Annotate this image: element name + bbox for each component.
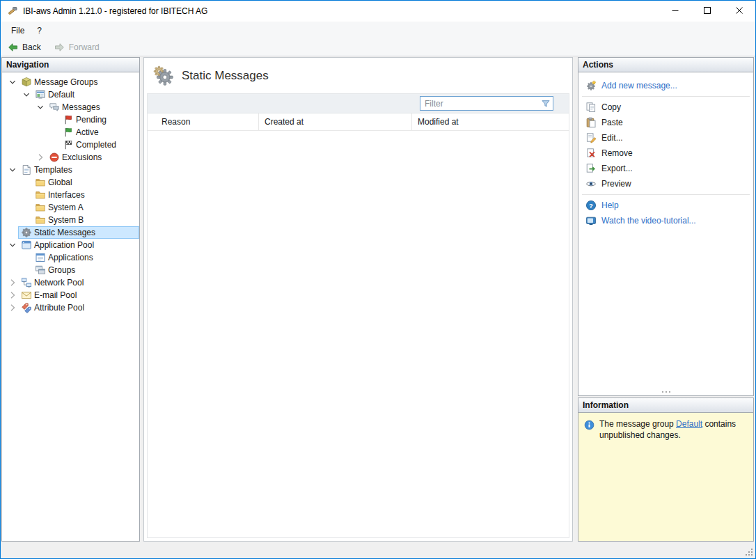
action-copy[interactable]: Copy [578,100,753,115]
tree-item-label: Default [48,90,74,100]
filter-input[interactable] [420,99,539,109]
app-icon [7,6,18,17]
actions-list: Add new message...CopyPasteEdit...Remove… [578,72,753,388]
chevron-expanded-icon[interactable] [35,102,46,113]
tree-item-label: Pending [76,115,107,125]
chevron-spacer [21,265,32,276]
messages-icon [49,102,60,113]
actions-panel-header: Actions [578,58,753,72]
action-label: Copy [601,102,621,112]
tree-item-label: Templates [34,165,72,175]
tree-item-label: Applications [48,253,93,262]
tree-item-global[interactable]: Global [2,176,139,189]
chevron-expanded-icon[interactable] [21,89,32,100]
tree-item-label: Application Pool [34,240,94,250]
column-header-modified-at[interactable]: Modified at [412,113,569,130]
app-window: IBI-aws Admin 1.21.0 - registered for IB… [0,0,756,559]
chevron-expanded-icon[interactable] [7,164,18,175]
tree-item-exclusions[interactable]: Exclusions [2,151,139,164]
column-header-created-at[interactable]: Created at [259,113,412,130]
chevron-collapsed-icon[interactable] [35,152,46,163]
action-add-new-message[interactable]: Add new message... [578,78,753,93]
menu-file[interactable]: File [5,23,31,38]
action-remove[interactable]: Remove [578,145,753,161]
tree-item-applications[interactable]: Applications [2,251,139,264]
close-button[interactable] [723,1,755,22]
action-help[interactable]: ?Help [578,198,753,213]
menubar: File ? [1,22,755,39]
tree-item-active[interactable]: Active [2,126,139,139]
tree-item-label: Attribute Pool [34,303,84,313]
chevron-collapsed-icon[interactable] [7,277,18,288]
menu-help[interactable]: ? [31,23,48,38]
tree-item-groups[interactable]: Groups [2,264,139,276]
tree-item-templates[interactable]: Templates [2,164,139,176]
message-list-area: ReasonCreated atModified at [147,93,569,538]
actions-info-splitter[interactable] [578,388,753,395]
tree-item-static-messages[interactable]: Static Messages [2,226,139,239]
action-label: Help [601,200,619,210]
tree-item-label: Message Groups [34,77,97,87]
action-preview[interactable]: Preview [578,176,753,191]
forward-label: Forward [69,42,100,52]
action-paste[interactable]: Paste [578,115,753,130]
tree-item-system-a[interactable]: System A [2,201,139,214]
tree-item-label: Groups [48,265,75,275]
action-label: Add new message... [601,81,677,90]
email-pool-icon [21,290,32,301]
filter-strip [148,94,569,113]
filter-funnel-icon[interactable] [539,99,553,109]
chevron-expanded-icon[interactable] [7,77,18,88]
paste-icon [585,117,597,128]
tree-item-label: Messages [62,102,100,112]
default-group-link[interactable]: Default [676,419,702,429]
application-pool-icon [21,239,32,251]
action-export[interactable]: Export... [578,161,753,176]
titlebar: IBI-aws Admin 1.21.0 - registered for IB… [1,1,755,22]
tree-item-e-mail-pool[interactable]: E-mail Pool [2,289,139,301]
message-table-body[interactable] [148,131,569,537]
tree-item-label: System A [48,203,84,212]
tree-item-application-pool[interactable]: Application Pool [2,239,139,251]
minimize-button[interactable] [659,1,691,22]
tree-item-system-b[interactable]: System B [2,214,139,226]
chevron-collapsed-icon[interactable] [7,290,18,301]
preview-icon [585,178,597,189]
tree-item-pending[interactable]: Pending [2,113,139,126]
chevron-collapsed-icon[interactable] [7,302,18,313]
exclusions-icon [49,152,60,163]
action-edit[interactable]: Edit... [578,130,753,145]
action-watch-the-video-tutorial[interactable]: Watch the video-tutorial... [578,213,753,228]
forward-button[interactable]: Forward [52,41,102,54]
tree-item-label: Network Pool [34,278,84,288]
tree-item-network-pool[interactable]: Network Pool [2,276,139,289]
tree-item-message-groups[interactable]: Message Groups [2,76,139,88]
help-icon: ? [585,200,597,211]
resize-grip-icon[interactable] [745,548,754,557]
tree-item-completed[interactable]: Completed [2,139,139,151]
chevron-spacer [21,252,32,263]
back-button[interactable]: Back [5,41,43,54]
completed-flag-icon [63,139,74,150]
folder-icon [35,177,46,188]
information-panel: Information The message group Default co… [578,397,754,542]
tree-item-label: Interfaces [48,190,85,200]
column-header-reason[interactable]: Reason [148,113,259,130]
maximize-button[interactable] [691,1,723,22]
back-label: Back [22,42,41,52]
action-label: Remove [601,148,633,158]
chevron-spacer [21,189,32,200]
network-pool-icon [21,277,32,288]
message-groups-icon [21,77,32,88]
tree-item-default[interactable]: Default [2,88,139,101]
maximize-icon [704,6,711,16]
tree-item-interfaces[interactable]: Interfaces [2,189,139,201]
pending-flag-icon [63,114,74,125]
tree-item-attribute-pool[interactable]: Attribute Pool [2,301,139,314]
tree-item-messages[interactable]: Messages [2,101,139,113]
tree-item-label: Active [76,127,99,137]
chevron-spacer [21,202,32,213]
applications-icon [35,252,46,263]
chevron-expanded-icon[interactable] [7,239,18,251]
action-label: Watch the video-tutorial... [601,216,696,226]
